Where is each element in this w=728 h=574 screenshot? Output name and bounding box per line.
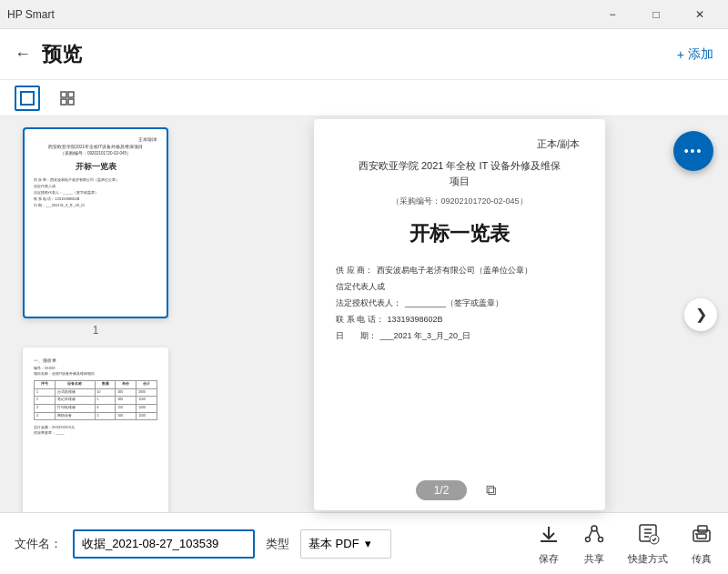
svg-rect-0: [21, 92, 34, 105]
page-title: 预览: [42, 41, 82, 68]
svg-rect-14: [697, 534, 706, 539]
header: ← 预览 + 添加: [0, 29, 728, 80]
window-controls: − □ ✕: [592, 0, 721, 29]
document-preview: 正本/副本 西安欧亚学院 2021 年全校 IT 设备外修及维保 项目 （采购编…: [314, 119, 605, 510]
quick-action[interactable]: 快捷方式: [628, 521, 668, 566]
thumbnail-wrapper-2: 一、报价单 编号：XXXXX 项目名称：全校IT设备外修及维保项目 序号设备名称…: [23, 347, 168, 512]
svg-line-9: [597, 530, 601, 538]
thumbnail-wrapper-1: 正本/副本 西安欧亚学院2021年全校IT设备外修及维保项目 （采购编号：092…: [23, 127, 168, 318]
svg-rect-4: [68, 99, 74, 105]
filename-input[interactable]: [73, 529, 255, 559]
type-dropdown-icon: ▾: [365, 537, 371, 550]
next-icon: ❯: [695, 306, 707, 323]
doc-stamp: 正本/副本: [537, 137, 580, 151]
type-label: 类型: [266, 536, 289, 552]
back-button[interactable]: ←: [15, 45, 31, 64]
title-bar: HP Smart − □ ✕: [0, 0, 728, 29]
page-indicator: 1/2 ⧉: [314, 470, 605, 510]
filename-label: 文件名：: [15, 536, 62, 552]
grid-view-button[interactable]: [55, 86, 80, 111]
copy-button[interactable]: ⧉: [478, 478, 503, 503]
grid-view-icon: [59, 90, 76, 106]
quick-label: 快捷方式: [628, 552, 668, 566]
type-dropdown[interactable]: 基本 PDF ▾: [300, 529, 391, 559]
fax-action[interactable]: 传真: [690, 521, 713, 566]
preview-area: ••• ❮ 正本/副本 西安欧亚学院 2021 年全校 IT 设备外修及维保 项…: [191, 116, 728, 512]
share-icon: [582, 521, 606, 550]
svg-rect-3: [61, 99, 66, 105]
thumbnail-item-2[interactable]: 一、报价单 编号：XXXXX 项目名称：全校IT设备外修及维保项目 序号设备名称…: [11, 347, 180, 512]
thumbnail-sidebar: 正本/副本 西安欧亚学院2021年全校IT设备外修及维保项目 （采购编号：092…: [0, 116, 191, 512]
thumbnail-item-1[interactable]: 正本/副本 西安欧亚学院2021年全校IT设备外修及维保项目 （采购编号：092…: [11, 127, 180, 337]
footer: 文件名： 类型 基本 PDF ▾ 保存: [0, 512, 728, 574]
add-label: 添加: [688, 46, 713, 63]
app-title: HP Smart: [7, 8, 55, 21]
fab-button[interactable]: •••: [673, 131, 713, 171]
thumbnail-doc-1: 正本/副本 西安欧亚学院2021年全校IT设备外修及维保项目 （采购编号：092…: [25, 129, 167, 317]
maximize-button[interactable]: □: [635, 0, 677, 29]
doc-fields: 供 应 商： 西安波易电子老济有限公司（盖单位公章） 信定代表人成 法定授权代表…: [336, 262, 583, 344]
next-page-button[interactable]: ❯: [684, 298, 717, 331]
thumbnail-label-1: 1: [93, 324, 99, 337]
main-content: 正本/副本 西安欧亚学院2021年全校IT设备外修及维保项目 （采购编号：092…: [0, 116, 728, 512]
svg-rect-13: [698, 526, 707, 532]
single-view-button[interactable]: [15, 86, 40, 111]
share-action[interactable]: 共享: [582, 521, 606, 566]
svg-rect-2: [68, 92, 74, 97]
header-left: ← 预览: [15, 41, 82, 68]
page-badge: 1/2: [416, 480, 468, 500]
quick-icon: [636, 521, 660, 550]
close-button[interactable]: ✕: [679, 0, 721, 29]
doc-heading: 开标一览表: [410, 220, 510, 247]
minimize-button[interactable]: −: [592, 0, 633, 29]
svg-point-15: [695, 533, 697, 535]
add-icon: +: [677, 47, 684, 62]
doc-main-title: 西安欧亚学院 2021 年全校 IT 设备外修及维保 项目: [359, 158, 561, 190]
fax-icon: [690, 521, 713, 550]
fax-label: 传真: [692, 552, 712, 566]
doc-content: 正本/副本 西安欧亚学院 2021 年全校 IT 设备外修及维保 项目 （采购编…: [314, 119, 605, 470]
thumbnail-doc-2: 一、报价单 编号：XXXXX 项目名称：全校IT设备外修及维保项目 序号设备名称…: [25, 349, 167, 512]
share-label: 共享: [584, 552, 604, 566]
single-view-icon: [19, 90, 35, 106]
svg-line-8: [589, 530, 592, 538]
svg-point-7: [599, 538, 603, 542]
svg-rect-1: [61, 92, 66, 97]
toolbar: [0, 80, 728, 116]
add-button[interactable]: + 添加: [677, 46, 713, 63]
svg-point-5: [592, 526, 597, 531]
type-value: 基本 PDF: [308, 536, 359, 552]
save-label: 保存: [539, 552, 559, 566]
doc-sub-title: （采购编号：09202101720-02-045）: [391, 196, 527, 207]
svg-point-6: [586, 538, 591, 542]
save-action[interactable]: 保存: [537, 521, 561, 566]
save-icon: [537, 521, 561, 550]
fab-icon: •••: [684, 144, 703, 158]
footer-actions: 保存 共享: [537, 521, 713, 566]
